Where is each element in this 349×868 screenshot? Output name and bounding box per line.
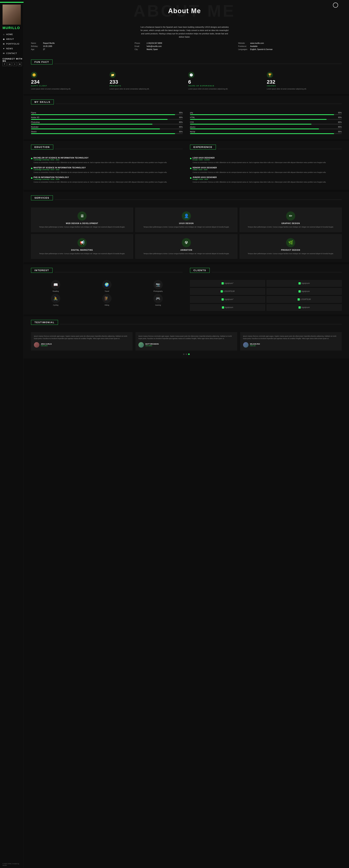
dot-1[interactable] xyxy=(186,353,187,355)
photography-icon: 📷 xyxy=(153,280,163,289)
service-title-2: GRAPHIC DESIGN xyxy=(243,222,339,224)
skill-php: php 95% xyxy=(190,112,342,115)
skill-sketch: Sketch 95% xyxy=(31,131,183,134)
instagram-icon[interactable]: ◎ xyxy=(8,62,12,66)
skill-html-label: HTML xyxy=(190,117,195,119)
service-desc-4: Tempus diam pellentesque ut tortor. Curs… xyxy=(138,252,234,255)
skill-css: CSS 80% xyxy=(190,121,342,125)
exp-desc-2: Cursus ut consectetur rhoncus ut nibh. B… xyxy=(193,181,342,183)
edu-item-1: MASTER OF SCIENCE IN INFORMATION TECHNOL… xyxy=(31,167,183,174)
website-value: www.murillo.com xyxy=(250,42,264,44)
linkedin-icon[interactable]: in xyxy=(18,62,22,66)
exp-header-row: EXPERIENCE xyxy=(190,145,342,153)
uiux-icon: 👤 xyxy=(182,211,191,221)
testimonial-section: TESTIMONIAL Ipsum massa rhoncus commodo … xyxy=(24,316,349,359)
green-top-bar xyxy=(0,2,24,3)
testimonial-name-0: JENA KARLIS xyxy=(41,343,52,345)
client-logo-icon-4 xyxy=(221,298,224,301)
testimonial-author-2: WILSON ROI CEO,UA xyxy=(243,342,339,348)
interest-clients-grid: INTEREST 📖 Reading 🌍 Travel 📷 Photograph… xyxy=(31,268,342,311)
exp-desc-1: Cursus ut consectetur rhoncus ut nibh. B… xyxy=(193,171,342,174)
svg-rect-1 xyxy=(299,282,301,284)
skill-jquery-pct: 85% xyxy=(338,126,342,128)
portfolio-icon: ⊞ xyxy=(3,42,5,45)
reading-label: Reading xyxy=(31,290,80,292)
interest-reading: 📖 Reading xyxy=(31,280,80,292)
edu-sub-2: Cambridge University / 2016 - 2018 xyxy=(34,178,183,180)
skill-mysql-pct: 95% xyxy=(338,131,342,133)
service-title-0: WEB DESIGN & DEVELOPMENT xyxy=(34,222,130,224)
svg-rect-2 xyxy=(221,290,223,292)
dot-2[interactable] xyxy=(188,353,189,355)
facebook-icon[interactable]: f xyxy=(3,62,7,66)
clients-header: CLIENTS xyxy=(190,268,210,273)
svg-rect-3 xyxy=(299,290,301,292)
client-logo-icon-1 xyxy=(299,282,301,284)
interest-photography: 📷 Photography xyxy=(133,280,183,292)
testimonial-name-2: WILSON ROI xyxy=(250,343,260,345)
clients-header-row: CLIENTS xyxy=(190,268,342,276)
info-email: Email: hello@murillo.com xyxy=(135,45,235,47)
services-header: SERVICES xyxy=(31,195,53,200)
interest-header: INTEREST xyxy=(31,268,53,273)
name-value: Raquel Murillo xyxy=(43,42,55,44)
twitter-icon[interactable]: t xyxy=(13,62,17,66)
testimonial-avatar-1 xyxy=(138,342,144,348)
freelance-label: Freelance: xyxy=(238,45,249,47)
skills-right: php 95% HTML 90% CSS 80% xyxy=(190,112,342,135)
info-website: Website: www.murillo.com xyxy=(238,42,338,44)
skill-php-pct: 95% xyxy=(338,112,342,114)
travel-label: Travel xyxy=(82,290,132,292)
services-section: SERVICES 🖥 WEB DESIGN & DEVELOPMENT Temp… xyxy=(24,192,349,262)
skill-photoshop-bar xyxy=(31,124,152,125)
sidebar-item-about[interactable]: ◉ABOUT xyxy=(3,37,24,41)
fun-fact-item-3: 🏆 232 AWARDS Lorem ipsum dolor sit amet … xyxy=(267,72,342,90)
info-grid: Name: Raquel Murillo Phone: (+34)234.567… xyxy=(31,42,338,51)
clients-divider xyxy=(211,272,342,272)
hero-section: ABOUT ME About Me xyxy=(24,0,349,22)
testimonial-card-0: Ipsum massa rhoncus commodo aget augue. … xyxy=(31,332,133,350)
fun-fact-item-1: 📁 233 PROJECTS Lorem ipsum dolor sit ame… xyxy=(110,72,184,90)
skill-illustrator-label: Illustrator xyxy=(31,126,38,128)
connect-label: CONNECT WITH ME xyxy=(3,58,24,62)
edu-item-2: PHD IN INFORMATION TECHNOLOGY Cambridge … xyxy=(31,176,183,183)
skill-adobexd-label: Adobe XD xyxy=(31,117,39,119)
svg-rect-5 xyxy=(298,298,300,301)
testimonial-card-2: Ipsum massa rhoncus commodo aget augue. … xyxy=(240,332,342,350)
news-icon: ✦ xyxy=(3,47,5,50)
dot-0[interactable] xyxy=(183,353,184,355)
skill-jquery: jQuery 85% xyxy=(190,126,342,129)
skill-css-pct: 80% xyxy=(338,121,342,123)
sidebar-item-portfolio[interactable]: ⊞PORTFOLIO xyxy=(3,42,24,45)
interest-cycling: 🚴 Cycling xyxy=(31,294,80,306)
about-icon: ◉ xyxy=(3,38,5,40)
testimonial-author-0: JENA KARLIS CEO,MKA xyxy=(34,342,130,348)
exp-item-2: JUNIOR UI/UX DESIGNER Google / 2018 - 20… xyxy=(190,176,342,183)
svg-rect-7 xyxy=(299,306,301,309)
skill-photoshop: Photoshop 80% xyxy=(31,121,183,125)
testimonial-header: TESTIMONIAL xyxy=(31,320,58,325)
interest-divider xyxy=(54,272,183,272)
happy-client-icon: 😊 xyxy=(31,72,37,78)
skill-figma-bar xyxy=(31,114,175,115)
edu-sub-1: Cambridge University / 2014 - 2016 xyxy=(34,169,183,170)
sidebar-item-news[interactable]: ✦NEWS xyxy=(3,47,24,51)
cycling-icon: 🚴 xyxy=(51,294,60,303)
phone-value: (+34)234.567.8899 xyxy=(147,42,162,44)
contact-icon: ✉ xyxy=(3,52,5,55)
reading-icon: 📖 xyxy=(51,280,60,289)
skill-mysql-label: MySql xyxy=(190,131,195,133)
interest-hiking: 🧗 Hiking xyxy=(82,294,132,306)
interest-gaming: 🎮 Gaming xyxy=(133,294,183,306)
fun-fact-header-row: FUN FACT xyxy=(31,60,342,68)
client-logo-4: logoipsum° xyxy=(190,296,265,303)
experience-number: 6 xyxy=(188,79,263,85)
skill-figma-label: Figma xyxy=(31,112,36,114)
info-age: Age: 27 xyxy=(31,49,131,51)
sidebar-item-home[interactable]: ⌂HOME xyxy=(3,32,24,36)
skill-photoshop-label: Photoshop xyxy=(31,121,40,123)
age-label: Age: xyxy=(31,49,42,51)
bio-text: I am a freelancer based in the Spanish a… xyxy=(139,26,230,38)
sidebar-item-contact[interactable]: ✉CONTACT xyxy=(3,52,24,55)
skill-figma-pct: 95% xyxy=(179,112,183,114)
